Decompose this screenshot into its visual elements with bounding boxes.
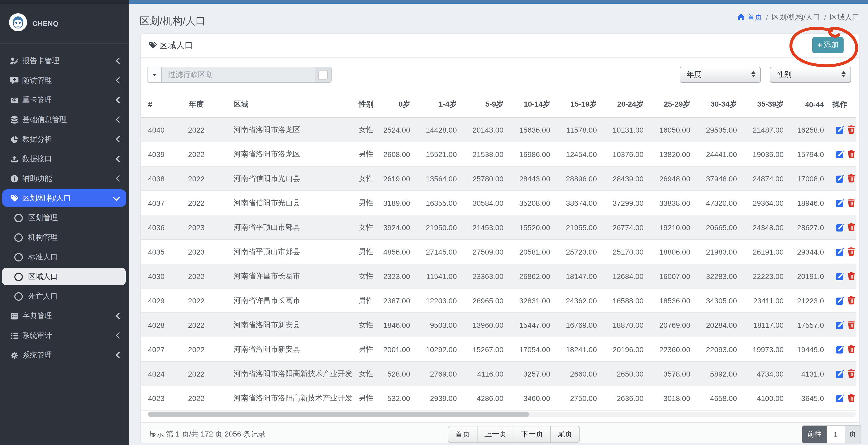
sidebar-item-label: 数据分析 xyxy=(22,134,117,144)
delete-icon[interactable] xyxy=(847,198,856,208)
delete-icon[interactable] xyxy=(847,272,856,281)
sidebar-item[interactable]: 字典管理 xyxy=(0,306,129,326)
edit-icon[interactable] xyxy=(836,247,845,256)
delete-icon[interactable] xyxy=(847,247,856,256)
edit-icon[interactable] xyxy=(836,320,845,329)
table-cell: 16769.00 xyxy=(556,321,602,329)
chevron-left-icon xyxy=(116,175,122,182)
column-header: 操作 xyxy=(824,99,856,109)
edit-icon[interactable] xyxy=(836,393,845,403)
delete-icon[interactable] xyxy=(847,174,856,183)
delete-icon[interactable] xyxy=(847,223,856,232)
table-cell: 37299.00 xyxy=(602,199,649,207)
sidebar-item-label: 基础信息管理 xyxy=(22,115,117,124)
sidebar-item[interactable]: 辅助功能 xyxy=(0,169,129,188)
table-row: 40282022河南省洛阳市新安县女性1846.009503.0013960.0… xyxy=(141,313,856,337)
sidebar-subitem[interactable]: 区域人口 xyxy=(2,268,126,285)
delete-icon[interactable] xyxy=(847,296,856,305)
table-cell: 18870.00 xyxy=(602,321,649,329)
edit-icon[interactable] xyxy=(836,296,845,305)
sidebar-item[interactable]: 系统审计 xyxy=(0,326,129,345)
goto-page-widget: 前往 页 xyxy=(802,425,861,443)
table-cell: 13820.00 xyxy=(649,150,695,158)
edit-icon[interactable] xyxy=(836,223,845,232)
sidebar-item[interactable]: 数据接口 xyxy=(0,149,129,169)
sidebar-subitem[interactable]: 标准人口 xyxy=(0,247,129,267)
table-cell: 2619.00 xyxy=(379,174,415,183)
delete-icon[interactable] xyxy=(847,320,856,329)
table-cell: 18147.00 xyxy=(556,272,602,280)
pagination-button[interactable]: 尾页 xyxy=(550,426,580,443)
goto-button[interactable]: 前往 xyxy=(802,426,827,443)
table-cell: 28627.0 xyxy=(789,223,824,231)
table-cell: 4856.00 xyxy=(379,248,415,256)
column-header: 区域 xyxy=(220,99,353,109)
delete-icon[interactable] xyxy=(847,345,856,354)
table-cell: 28896.00 xyxy=(556,174,602,183)
table-cell: 22360.00 xyxy=(649,345,695,353)
table-row: 40242022河南省洛阳市洛阳高新技术产业开发区女性528.002769.00… xyxy=(141,362,856,386)
filter-checkbox[interactable] xyxy=(318,70,328,80)
delete-icon[interactable] xyxy=(847,393,856,403)
edit-icon[interactable] xyxy=(836,369,845,378)
table-cell: 4116.00 xyxy=(462,370,509,378)
table-cell: 4658.00 xyxy=(695,394,742,402)
sidebar-item[interactable]: 系统管理 xyxy=(0,345,129,365)
gender-select[interactable]: 性别 xyxy=(770,67,851,83)
sidebar-item[interactable]: 重卡管理 xyxy=(0,90,129,110)
sidebar-item[interactable]: 区划/机构/人口 xyxy=(2,189,126,207)
table-cell: 男性 xyxy=(353,247,379,256)
pagination-button[interactable]: 首页 xyxy=(448,426,477,443)
table-cell: 21983.00 xyxy=(695,248,742,256)
table-cell: 16986.00 xyxy=(509,150,556,158)
delete-icon[interactable] xyxy=(847,369,856,378)
sidebar-item-label: 辅助功能 xyxy=(22,174,117,183)
goto-page-input[interactable] xyxy=(827,426,845,443)
pagination-button[interactable]: 下一页 xyxy=(514,426,551,443)
table-cell: 女性 xyxy=(353,271,379,281)
table-cell: 河南省洛阳市洛阳高新技术产业开发区 xyxy=(220,393,353,403)
edit-icon[interactable] xyxy=(836,345,845,354)
sidebar-subitem-label: 标准人口 xyxy=(28,252,58,262)
table-cell: 16007.00 xyxy=(649,272,695,280)
sidebar-item[interactable]: 基础信息管理 xyxy=(0,110,129,129)
table-cell: 25170.00 xyxy=(602,248,649,256)
add-button[interactable]: + 添加 xyxy=(812,37,844,53)
edit-icon[interactable] xyxy=(836,150,845,159)
table-cell: 河南省平顶山市郏县 xyxy=(220,222,353,232)
delete-icon[interactable] xyxy=(847,150,856,159)
edit-icon[interactable] xyxy=(836,198,845,208)
breadcrumb-home-link[interactable]: 首页 xyxy=(737,13,762,22)
table-cell: 21487.00 xyxy=(742,125,789,134)
table-cell: 26965.00 xyxy=(462,296,509,305)
edit-icon[interactable] xyxy=(836,125,845,134)
table-cell: 15520.00 xyxy=(509,223,556,231)
region-filter-input[interactable]: 过滤行政区划 xyxy=(162,67,315,82)
delete-icon[interactable] xyxy=(847,125,856,134)
pagination-button[interactable]: 上一页 xyxy=(477,426,514,443)
table-row: 40292022河南省许昌市长葛市男性2387.0012203.0026965.… xyxy=(141,289,856,313)
sidebar-subitem[interactable]: 死亡人口 xyxy=(0,286,129,306)
tag-icon xyxy=(149,41,157,52)
table-cell: 3257.00 xyxy=(509,370,556,378)
table-cell: 528.00 xyxy=(379,370,415,378)
edit-icon[interactable] xyxy=(836,174,845,183)
chevron-down-icon xyxy=(113,194,120,200)
username: CHENQ xyxy=(32,19,59,27)
sidebar-subitem[interactable]: 区划管理 xyxy=(0,208,129,227)
edit-icon[interactable] xyxy=(836,272,845,281)
table-cell: 4023 xyxy=(141,394,173,402)
sidebar-item[interactable]: 报告卡管理 xyxy=(0,51,129,70)
gear-icon xyxy=(9,351,19,360)
filter-dropdown-button[interactable] xyxy=(148,67,162,82)
sidebar-subitem-label: 区域人口 xyxy=(28,272,58,281)
year-select[interactable]: 年度 xyxy=(680,67,761,83)
circle-icon xyxy=(14,292,23,300)
table-cell: 26191.00 xyxy=(742,248,789,256)
sidebar-item[interactable]: 数据分析 xyxy=(0,129,129,149)
sidebar-item[interactable]: 随访管理 xyxy=(0,70,129,90)
actions-cell xyxy=(824,125,856,134)
table-cell: 18536.00 xyxy=(649,296,695,305)
scrollbar-thumb[interactable] xyxy=(148,412,529,417)
sidebar-subitem[interactable]: 机构管理 xyxy=(0,227,129,247)
